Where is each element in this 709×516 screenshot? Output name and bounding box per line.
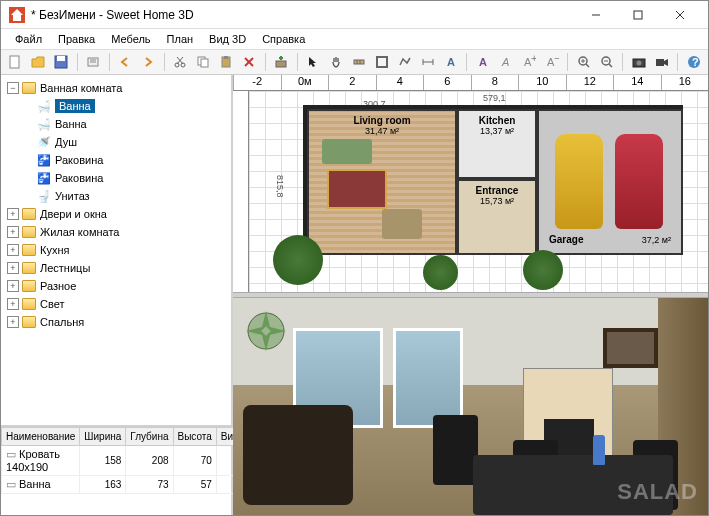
text-increase-button[interactable]: A+ [518,51,539,73]
svg-rect-7 [10,56,19,68]
close-button[interactable] [660,3,700,27]
redo-button[interactable] [138,51,159,73]
separator [297,53,298,71]
svg-text:+: + [531,55,536,64]
folder-icon [22,316,36,328]
watermark: SALAD [617,479,698,505]
app-icon [9,7,25,23]
wall-tool[interactable] [349,51,370,73]
minimize-button[interactable] [576,3,616,27]
tree-folder-living[interactable]: +Жилая комната [3,223,229,241]
select-tool[interactable] [303,51,324,73]
tree-item-bath2[interactable]: 🛁Ванна [3,115,229,133]
new-button[interactable] [5,51,26,73]
furniture-sofa[interactable] [322,139,372,164]
separator [164,53,165,71]
tree-folder-stairs[interactable]: +Лестницы [3,259,229,277]
cut-button[interactable] [170,51,191,73]
view-3d[interactable]: SALAD [233,298,708,515]
ruler-horizontal: -20м246810121416 [233,75,708,91]
zoom-in-button[interactable] [573,51,594,73]
window-3d [393,328,463,428]
tree-item-shower[interactable]: 🚿Душ [3,133,229,151]
tree-folder-bedroom[interactable]: +Спальня [3,313,229,331]
floorplan[interactable]: Living room31,47 м² Kitchen13,37 м² Entr… [303,105,683,255]
shower-icon: 🚿 [37,136,51,148]
tree-item-toilet[interactable]: 🚽Унитаз [3,187,229,205]
right-pane: -20м246810121416 579,1 300,7 815,8 Livin… [233,75,708,515]
col-width[interactable]: Ширина [80,428,126,446]
separator [567,53,568,71]
col-name[interactable]: Наименование [2,428,80,446]
delete-button[interactable] [239,51,260,73]
toolbar: A A A A+ A− ? [1,49,708,75]
text-decrease-button[interactable]: A− [541,51,562,73]
maximize-button[interactable] [618,3,658,27]
car-red[interactable] [615,134,663,229]
svg-rect-9 [57,56,65,61]
svg-rect-2 [13,15,21,21]
plant-tree[interactable] [423,255,458,290]
room-entrance[interactable]: Entrance15,73 м² [457,179,537,255]
open-button[interactable] [28,51,49,73]
room-tool[interactable] [372,51,393,73]
svg-rect-23 [276,61,286,67]
car-yellow[interactable] [555,134,603,229]
room-kitchen[interactable]: Kitchen13,37 м² [457,109,537,179]
tree-item-sink2[interactable]: 🚰Раковина [3,169,229,187]
pan-tool[interactable] [326,51,347,73]
plan-2d-view[interactable]: -20м246810121416 579,1 300,7 815,8 Livin… [233,75,708,292]
furniture-table[interactable] [382,209,422,239]
svg-marker-50 [664,59,668,66]
tree-folder-kitchen[interactable]: +Кухня [3,241,229,259]
folder-icon [22,262,36,274]
undo-button[interactable] [115,51,136,73]
tree-folder-misc[interactable]: +Разное [3,277,229,295]
catalog-tree[interactable]: −Ванная комната 🛁Ванна 🛁Ванна 🚿Душ 🚰Рако… [1,75,231,425]
furniture-rug[interactable] [327,169,387,209]
svg-text:−: − [554,55,559,64]
svg-line-41 [586,64,589,67]
svg-rect-49 [656,59,664,66]
svg-rect-20 [224,56,228,59]
save-button[interactable] [51,51,72,73]
plant-tree[interactable] [273,235,323,285]
tree-item-sink[interactable]: 🚰Раковина [3,151,229,169]
col-depth[interactable]: Глубина [126,428,173,446]
video-button[interactable] [651,51,672,73]
menu-edit[interactable]: Правка [50,31,103,47]
text-tool[interactable]: A [441,51,462,73]
preferences-button[interactable] [83,51,104,73]
polyline-tool[interactable] [395,51,416,73]
add-furniture-button[interactable] [271,51,292,73]
folder-icon [22,298,36,310]
menu-file[interactable]: Файл [7,31,50,47]
dimension-tool[interactable] [418,51,439,73]
dimension-label: 579,1 [483,93,506,103]
text-bold-button[interactable]: A [472,51,493,73]
folder-icon [22,280,36,292]
menu-3d[interactable]: Вид 3D [201,31,254,47]
tree-folder-doors[interactable]: +Двери и окна [3,205,229,223]
menu-furniture[interactable]: Мебель [103,31,158,47]
plant-tree[interactable] [523,250,563,290]
compass-icon[interactable] [241,306,291,356]
tree-folder-bathroom[interactable]: −Ванная комната [3,79,229,97]
menu-plan[interactable]: План [159,31,202,47]
separator [622,53,623,71]
col-height[interactable]: Высота [173,428,216,446]
zoom-out-button[interactable] [596,51,617,73]
photo-button[interactable] [628,51,649,73]
bath-icon: 🛁 [37,118,51,130]
tree-item-bath[interactable]: 🛁Ванна [3,97,229,115]
menu-help[interactable]: Справка [254,31,313,47]
paste-button[interactable] [216,51,237,73]
copy-button[interactable] [193,51,214,73]
svg-line-45 [609,64,612,67]
folder-icon [22,208,36,220]
tree-folder-light[interactable]: +Свет [3,295,229,313]
help-button[interactable]: ? [683,51,704,73]
furniture-table[interactable]: Наименование Ширина Глубина Высота Видим… [1,425,231,515]
armchair-3d [243,405,353,505]
text-italic-button[interactable]: A [495,51,516,73]
